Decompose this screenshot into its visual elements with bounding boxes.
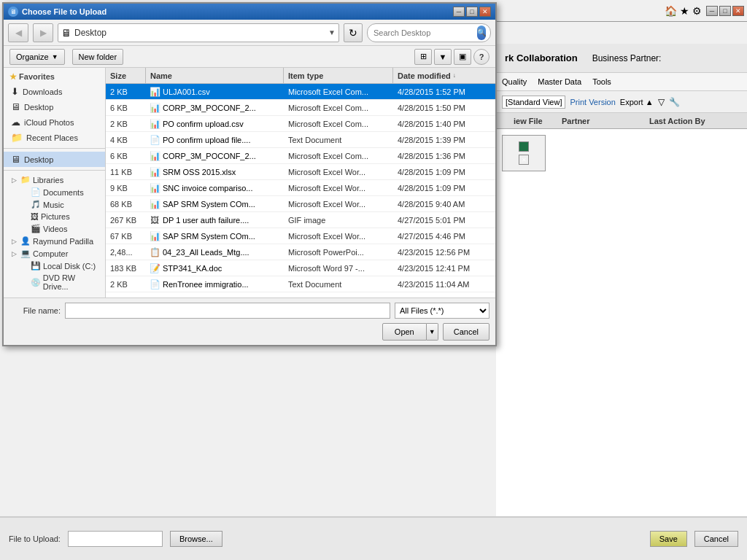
file-type-icon: 📊 (149, 183, 160, 193)
app-table-body: ✕ (496, 129, 747, 560)
nav-panel: ★ Favorites ⬇ Downloads 🖥 Desktop ☁ iClo… (4, 68, 106, 298)
sidebar-item-icloud[interactable]: ☁ iCloud Photos (4, 114, 105, 130)
bg-cancel-button[interactable]: Cancel (694, 531, 738, 547)
size-col-header[interactable]: Size (106, 68, 146, 83)
file-row[interactable]: 11 KB 📊 SRM OSS 2015.xlsx Microsoft Exce… (106, 164, 495, 180)
file-row[interactable]: 183 KB 📝 STP341_KA.doc Microsoft Word 97… (106, 260, 495, 276)
file-row[interactable]: 68 KB 📊 SAP SRM System COm... Microsoft … (106, 196, 495, 212)
back-button[interactable]: ◀ (8, 23, 28, 42)
location-dropdown-arrow[interactable]: ▼ (328, 28, 336, 36)
file-to-upload-label: File to Upload: (9, 534, 61, 543)
search-box: 🔍 (367, 23, 491, 42)
music-label: Music (43, 201, 64, 209)
save-button[interactable]: Save (650, 531, 687, 547)
sidebar-item-documents[interactable]: 📄 Documents (14, 186, 105, 198)
videos-label: Videos (43, 225, 67, 233)
filetype-select[interactable]: All Files (*.*) (395, 303, 489, 319)
type-col-header[interactable]: Item type (284, 68, 393, 83)
settings-icon[interactable]: 🔧 (669, 97, 680, 107)
sidebar-item-downloads[interactable]: ⬇ Downloads (4, 84, 105, 99)
star-icon[interactable]: ★ (680, 5, 689, 17)
file-row[interactable]: 9 KB 📊 SNC invoice compariso... Microsof… (106, 180, 495, 196)
filename-label: File name: (9, 306, 61, 315)
type-col-label: Item type (288, 71, 323, 80)
file-size-cell: 6 KB (106, 104, 146, 112)
refresh-button[interactable]: ↻ (344, 23, 363, 42)
sidebar-item-computer[interactable]: ▷ 💻 Computer (4, 247, 105, 260)
dialog-maximize-button[interactable]: □ (466, 7, 478, 17)
file-row[interactable]: 2,48... 📋 04_23_All Leads_Mtg.... Micros… (106, 244, 495, 260)
maximize-button[interactable]: □ (719, 6, 731, 16)
date-col-header[interactable]: Date modified ↓ (393, 68, 495, 83)
search-input[interactable] (374, 28, 474, 37)
file-upload-input[interactable] (68, 531, 163, 547)
sidebar-item-videos[interactable]: 🎬 Videos (14, 222, 105, 235)
file-list-header: Size Name Item type Date modified ↓ (106, 68, 495, 84)
organize-button[interactable]: Organize ▼ (9, 49, 65, 65)
libraries-tree-item[interactable]: ▷ 📁 Libraries (4, 174, 105, 186)
location-folder-icon: 🖥 (61, 27, 71, 39)
file-row[interactable]: 4 KB 📄 PO confirm upload file.... Text D… (106, 132, 495, 148)
file-name-text: PO confirm upload.csv (163, 120, 244, 128)
tab-quality[interactable]: Quality (502, 77, 527, 86)
file-row[interactable]: 2 KB 📄 RenTronee immigratio... Text Docu… (106, 276, 495, 292)
name-col-header[interactable]: Name (146, 68, 284, 83)
export-button[interactable]: Export ▲ (620, 98, 654, 106)
open-dropdown-button[interactable]: ▼ (427, 323, 438, 341)
print-version-link[interactable]: Print Version (570, 98, 615, 106)
local-disk-label: Local Disk (C:) (43, 262, 96, 271)
partner-col-header: Partner (562, 117, 649, 125)
file-date-cell: 4/28/2015 1:52 PM (393, 88, 495, 96)
dialog-minimize-button[interactable]: ─ (453, 7, 465, 17)
search-button[interactable]: 🔍 (477, 26, 486, 40)
downloads-label: Downloads (23, 88, 62, 96)
file-type-cell: Microsoft Excel Wor... (284, 168, 393, 176)
dialog-title-left: 🖥 Choose File to Upload (8, 7, 107, 17)
downloads-icon: ⬇ (11, 86, 19, 97)
tab-tools[interactable]: Tools (592, 77, 611, 86)
computer-children: 💾 Local Disk (C:) 💿 DVD RW Drive... (4, 260, 105, 292)
file-row[interactable]: 2 KB 📊 PO confirm upload.csv Microsoft E… (106, 116, 495, 132)
file-size-cell: 2,48... (106, 248, 146, 257)
sidebar-item-raymond[interactable]: ▷ 👤 Raymund Padilla (4, 235, 105, 247)
view-toggle-button[interactable]: ⊞ (414, 49, 432, 65)
sidebar-item-music[interactable]: 🎵 Music (14, 198, 105, 211)
videos-expand (20, 225, 28, 233)
cancel-button[interactable]: Cancel (443, 323, 489, 341)
file-row[interactable]: 6 KB 📊 CORP_3M_POCONF_2... Microsoft Exc… (106, 100, 495, 116)
file-row[interactable]: 2 KB 📊 ULJA001.csv Microsoft Excel Com..… (106, 84, 495, 100)
nav-separator-2 (4, 170, 105, 171)
tab-master-data[interactable]: Master Data (538, 77, 581, 86)
sidebar-item-dvd[interactable]: 💿 DVD RW Drive... (14, 272, 105, 292)
sidebar-item-desktop[interactable]: 🖥 Desktop (4, 99, 105, 114)
file-size-cell: 6 KB (106, 152, 146, 160)
sidebar-item-pictures[interactable]: 🖼 Pictures (14, 211, 105, 222)
preview-button[interactable]: ▣ (454, 49, 471, 65)
settings-icon[interactable]: ⚙ (692, 5, 702, 17)
favorites-header: ★ Favorites (4, 68, 105, 84)
filename-input[interactable] (65, 303, 390, 319)
file-list-container: Size Name Item type Date modified ↓ 2 KB… (106, 68, 495, 298)
browser-toolbar: 🏠 ★ ⚙ ─ □ ✕ (496, 0, 747, 22)
file-row[interactable]: 67 KB 📊 SAP SRM System COm... Microsoft … (106, 228, 495, 244)
open-button[interactable]: Open (382, 323, 427, 341)
sidebar-item-desktop-main[interactable]: 🖥 Desktop (4, 152, 105, 167)
sidebar-item-recent[interactable]: 📁 Recent Places (4, 130, 105, 145)
close-button[interactable]: ✕ (732, 6, 744, 16)
file-size-cell: 67 KB (106, 232, 146, 241)
file-row[interactable]: 267 KB 🖼 DP 1 user auth failure.... GIF … (106, 212, 495, 228)
filter-icon[interactable]: ▽ (658, 97, 665, 107)
help-button[interactable]: ? (473, 49, 489, 65)
sidebar-item-local-disk[interactable]: 💾 Local Disk (C:) (14, 260, 105, 272)
forward-button[interactable]: ▶ (33, 23, 53, 42)
view-dropdown-button[interactable]: ▼ (434, 49, 452, 65)
new-folder-button[interactable]: New folder (72, 49, 124, 65)
home-icon[interactable]: 🏠 (665, 5, 677, 17)
view-dropdown[interactable]: [Standard View] (502, 96, 565, 109)
browse-button[interactable]: Browse... (170, 531, 222, 547)
desktop-main-label: Desktop (24, 155, 53, 164)
file-size-cell: 4 KB (106, 136, 146, 144)
file-row[interactable]: 6 KB 📊 CORP_3M_POCONF_2... Microsoft Exc… (106, 148, 495, 164)
dialog-close-button[interactable]: ✕ (479, 7, 491, 17)
minimize-button[interactable]: ─ (706, 6, 718, 16)
